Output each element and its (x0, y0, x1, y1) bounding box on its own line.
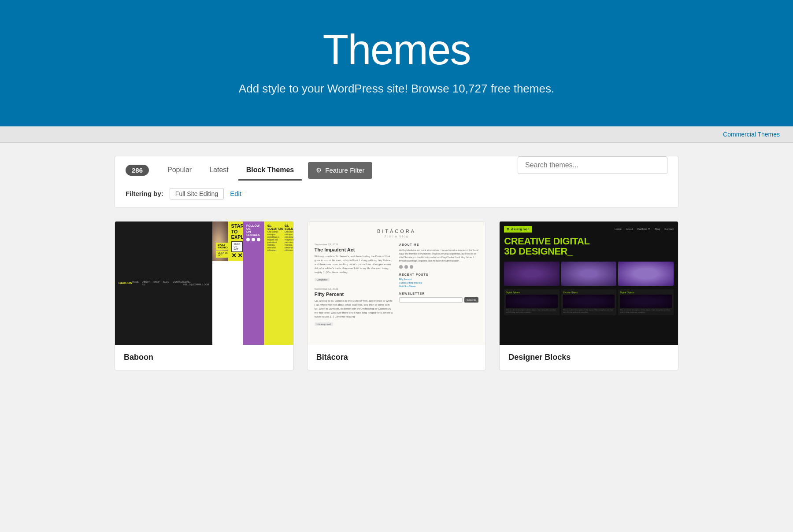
filter-info-row: Filtering by: Full Site Editing Edit (126, 180, 667, 207)
baboon-xxx-decoration: ✕✕✕ (231, 252, 239, 259)
designer-thumb-1 (504, 262, 560, 286)
tab-latest[interactable]: Latest (201, 161, 237, 181)
baboon-solutions: 01. SOLUTION Orci varius natoque penatib… (264, 222, 293, 345)
gear-icon: ⚙ (316, 166, 322, 174)
bitacora-recent-1: Fifty Percent (399, 278, 478, 281)
theme-preview-bitacora: BITÁCORA Just a blog September 23, 2021 … (308, 222, 486, 345)
designer-bottom-item-2: Circular Object This is a short descript… (561, 289, 617, 315)
search-row (518, 156, 667, 180)
designer-logo: D designer (504, 226, 532, 233)
bitacora-post2-text: Up, and so to St. James's to the Duke of… (315, 299, 394, 319)
theme-card-designer-blocks[interactable]: D designer Home About Portfolio ▼ Blog C… (499, 221, 678, 370)
designer-circular-object-desc: This is a short description of this obje… (563, 309, 615, 314)
designer-nav-blog: Blog (655, 228, 660, 230)
designer-bottom-item-1: Digital Sphere This is a short descripti… (504, 289, 560, 315)
bitacora-post2-title: Fifty Percent (315, 292, 394, 297)
designer-digital-sphere-img (506, 295, 558, 308)
theme-grid: BABOON HOMEABOUT USSHOPBLOGCONTACT EMAIL… (115, 221, 678, 370)
baboon-daily-fashion: DAILY FASHION CLICK OR NOT (216, 243, 227, 258)
search-input[interactable] (518, 156, 667, 174)
designer-thumb-2 (561, 262, 617, 286)
bitacora-sidebar: About Me An English divine and naval adm… (399, 243, 478, 327)
designer-digital-objects-label: Digital Objects (620, 291, 672, 294)
bitacora-newsletter-row: Subscribe (399, 297, 478, 303)
designer-digital-sphere-desc: This is a short description of this obje… (506, 309, 558, 314)
baboon-header: BABOON HOMEABOUT USSHOPBLOGCONTACT EMAIL… (115, 222, 212, 345)
bitacora-social-icon-2 (404, 265, 408, 269)
designer-bottom-row: Digital Sphere This is a short descripti… (504, 289, 674, 315)
bitacora-main-column: September 23, 2021 The Impadent Act With… (315, 243, 394, 327)
designer-thumb-3 (618, 262, 674, 286)
baboon-hero-heading: START TOEXPLORE (231, 223, 239, 239)
feature-filter-button[interactable]: ⚙ Feature Filter (308, 162, 372, 179)
bitacora-newsletter-title: Newsletter (399, 292, 478, 295)
bitacora-social-icons (399, 265, 478, 269)
bitacora-columns: September 23, 2021 The Impadent Act With… (315, 243, 479, 327)
filter-tag: Full Site Editing (170, 188, 224, 200)
tab-popular[interactable]: Popular (159, 161, 200, 181)
bitacora-recent-3: Gold Sun Shines (399, 285, 478, 288)
tabs-left: 286 Popular Latest Block Themes ⚙ Featur… (126, 161, 372, 180)
baboon-hero-text: START TOEXPLORE CLICK OR NOT ✕✕✕ (228, 222, 243, 261)
baboon-cta: CLICK OR NOT (231, 241, 243, 252)
baboon-logo-text: BABOON (119, 281, 132, 284)
feature-filter-label: Feature Filter (325, 166, 364, 174)
theme-count-badge: 286 (126, 165, 149, 176)
theme-name-bitacora: Bitácora (308, 345, 486, 370)
bitacora-post1-text: With my coach to St. James's, and there … (315, 255, 394, 274)
bitacora-logo: BITÁCORA (377, 229, 416, 234)
bitacora-newsletter-input (399, 297, 463, 303)
designer-bottom-item-3: Digital Objects This is a short descript… (618, 289, 674, 315)
baboon-solution-1: 01. SOLUTION Orci varius natoque penatib… (267, 224, 283, 251)
bitacora-post1-title: The Impadent Act (315, 247, 394, 252)
filter-bar: 286 Popular Latest Block Themes ⚙ Featur… (115, 156, 678, 208)
bitacora-newsletter-btn: Subscribe (464, 297, 478, 303)
bitacora-recent-2: A Little Drifting Into Tea (399, 281, 478, 284)
bitacora-about-text: An English divine and naval administrato… (399, 248, 478, 262)
bitacora-post2-date: September 12, 2021 (315, 288, 394, 290)
theme-preview-designer: D designer Home About Portfolio ▼ Blog C… (500, 222, 678, 345)
baboon-nav: HOMEABOUT USSHOPBLOGCONTACT (132, 281, 183, 286)
bitacora-post2: September 12, 2021 Fifty Percent Up, and… (315, 288, 394, 327)
page-title: Themes (9, 26, 784, 73)
designer-circular-object-img (563, 295, 615, 308)
designer-circular-object-label: Circular Object (563, 291, 615, 294)
designer-digital-sphere-label: Digital Sphere (506, 291, 558, 294)
designer-thumbnails (504, 262, 674, 286)
bitacora-social-icon-3 (410, 265, 413, 269)
baboon-hero-section: DAILY FASHION CLICK OR NOT START TOEXPLO… (212, 222, 243, 261)
main-content: 286 Popular Latest Block Themes ⚙ Featur… (101, 156, 692, 370)
bitacora-post2-tag: Uncategorized (315, 322, 333, 326)
designer-digital-objects-desc: This is a short description of this obje… (620, 309, 672, 314)
baboon-social-section: FOLLOW USON SOCIALS (243, 222, 264, 345)
baboon-email: EMAIL: HELLO@EXAMPLE.COM (183, 281, 209, 286)
designer-nav-contact: Contact (664, 228, 674, 230)
theme-card-baboon[interactable]: BABOON HOMEABOUT USSHOPBLOGCONTACT EMAIL… (115, 221, 294, 370)
baboon-solution-2: 02. SOLUTION Orci varius natoque penatib… (285, 224, 293, 251)
theme-name-baboon: Baboon (115, 345, 293, 370)
hero-subtitle: Add style to your WordPress site! Browse… (9, 82, 784, 96)
bitacora-about-title: About Me (399, 243, 478, 246)
filter-edit-link[interactable]: Edit (230, 190, 241, 197)
theme-name-designer-blocks: Designer Blocks (500, 345, 678, 370)
designer-nav-about: About (626, 228, 633, 230)
baboon-bottom-grid: 01. SOLUTION Orci varius natoque penatib… (267, 224, 293, 251)
theme-card-bitacora[interactable]: BITÁCORA Just a blog September 23, 2021 … (307, 221, 486, 370)
designer-hero-text: CREATIVE DIGITAL3D DESIGNER_ (504, 236, 674, 256)
theme-preview-baboon: BABOON HOMEABOUT USSHOPBLOGCONTACT EMAIL… (115, 222, 293, 345)
designer-nav: Home About Portfolio ▼ Blog Contact (615, 228, 674, 230)
designer-nav-home: Home (615, 228, 622, 230)
designer-nav-portfolio: Portfolio ▼ (637, 228, 651, 230)
commercial-themes-link[interactable]: Commercial Themes (723, 131, 780, 138)
bitacora-social-icon-1 (399, 265, 403, 269)
bitacora-post1-date: September 23, 2021 (315, 243, 394, 246)
commercial-bar: Commercial Themes (0, 126, 793, 143)
designer-digital-objects-img (620, 295, 672, 308)
bitacora-tagline: Just a blog (384, 235, 409, 238)
baboon-hero-image: DAILY FASHION CLICK OR NOT (212, 222, 227, 261)
tab-block-themes[interactable]: Block Themes (238, 161, 302, 181)
bitacora-recent-title: Recent Posts (399, 273, 478, 276)
tabs-search-row: 286 Popular Latest Block Themes ⚙ Featur… (126, 156, 667, 180)
baboon-social-icons (246, 238, 260, 241)
bitacora-content: BITÁCORA Just a blog September 23, 2021 … (308, 222, 486, 345)
